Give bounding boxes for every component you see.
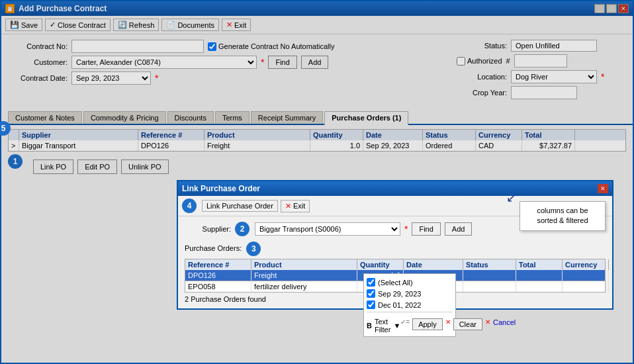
callout-arrow: ↙ bbox=[506, 191, 516, 205]
filter-date2-checkbox[interactable] bbox=[367, 300, 375, 309]
filter-date1-checkbox[interactable] bbox=[367, 289, 375, 298]
modal-col-ref: Reference # bbox=[185, 259, 251, 270]
modal-overlay: Link Purchase Order ✕ 4 Link Purchase Or… bbox=[1, 1, 633, 363]
modal-ref-1: DPO126 bbox=[185, 270, 251, 281]
filter-clear-btn[interactable]: Clear bbox=[453, 318, 482, 330]
modal-title-text: Link Purchase Order bbox=[182, 184, 260, 193]
text-filter-area: B Text Filter ▼ bbox=[367, 315, 400, 334]
modal-product-1: Freight bbox=[251, 270, 357, 281]
filter-footer: B Text Filter ▼ ✓= Apply ✕ Clear ✕ Cance… bbox=[367, 312, 453, 334]
clear-x-icon: ✕ bbox=[445, 318, 451, 330]
modal-status-1 bbox=[463, 270, 516, 281]
modal-exit-btn[interactable]: ✕ Exit bbox=[281, 200, 310, 212]
filter-select-all[interactable]: (Select All) bbox=[367, 277, 453, 288]
badge-3: 3 bbox=[246, 242, 261, 256]
filter-select-all-checkbox[interactable] bbox=[367, 278, 375, 287]
modal-link-po-btn[interactable]: Link Purchase Order bbox=[202, 200, 278, 212]
modal-currency-2 bbox=[563, 281, 609, 292]
modal-col-date[interactable]: Date bbox=[404, 259, 463, 270]
modal-product-2: fertilizer delivery bbox=[251, 281, 357, 292]
modal-content: Supplier: 2 Biggar Transport (S0006) * F… bbox=[178, 216, 612, 308]
modal-close-button[interactable]: ✕ bbox=[598, 184, 608, 193]
purchase-orders-label: Purchase Orders: 3 bbox=[185, 242, 606, 256]
link-po-modal: Link Purchase Order ✕ 4 Link Purchase Or… bbox=[177, 180, 613, 310]
modal-supplier-label: Supplier: bbox=[185, 225, 231, 233]
modal-grid-wrapper: Reference # Product Quantity Date Status… bbox=[185, 259, 606, 293]
text-filter-label: B bbox=[367, 322, 372, 330]
modal-add-btn[interactable]: Add bbox=[445, 222, 473, 236]
filter-option-1[interactable]: Sep 29, 2023 bbox=[367, 288, 453, 299]
modal-col-status: Status bbox=[463, 259, 516, 270]
badge-4: 4 bbox=[182, 199, 197, 213]
modal-grid-header: Reference # Product Quantity Date Status… bbox=[185, 259, 606, 270]
date-filter-dropdown: (Select All) Sep 29, 2023 Dec 01, 2022 bbox=[363, 273, 456, 337]
callout-text: columns can besorted & filtered bbox=[537, 206, 588, 224]
modal-col-product: Product bbox=[251, 259, 357, 270]
modal-find-btn[interactable]: Find bbox=[412, 222, 440, 236]
callout-sorted-filtered: columns can besorted & filtered bbox=[520, 201, 606, 231]
filter-apply-btn[interactable]: Apply bbox=[412, 318, 443, 330]
modal-supplier-required: * bbox=[404, 224, 408, 234]
checkmark-icon: ✓= bbox=[400, 318, 410, 330]
modal-supplier-select[interactable]: Biggar Transport (S0006) bbox=[255, 222, 400, 236]
filter-action-buttons: ✓= Apply ✕ Clear ✕ Cancel bbox=[400, 318, 516, 330]
modal-col-total: Total bbox=[516, 259, 563, 270]
modal-total-1 bbox=[516, 270, 563, 281]
filter-option-2[interactable]: Dec 01, 2022 bbox=[367, 299, 453, 310]
modal-status-2 bbox=[463, 281, 516, 292]
modal-exit-icon: ✕ bbox=[285, 202, 291, 210]
cancel-x-icon: ✕ bbox=[485, 318, 490, 330]
modal-total-2 bbox=[516, 281, 563, 292]
modal-col-quantity: Quantity bbox=[357, 259, 404, 270]
modal-col-currency: Currency bbox=[563, 259, 609, 270]
filter-cancel-btn[interactable]: Cancel bbox=[493, 318, 516, 330]
text-filter-dropdown-arrow[interactable]: ▼ bbox=[393, 322, 400, 330]
main-window: 📋 Add Purchase Contract _ □ ✕ 💾 Save ✓ C… bbox=[0, 0, 634, 364]
modal-ref-2: EPO058 bbox=[185, 281, 251, 292]
modal-currency-1 bbox=[563, 270, 609, 281]
badge-2: 2 bbox=[235, 222, 249, 236]
modal-title-bar: Link Purchase Order ✕ bbox=[178, 181, 612, 196]
